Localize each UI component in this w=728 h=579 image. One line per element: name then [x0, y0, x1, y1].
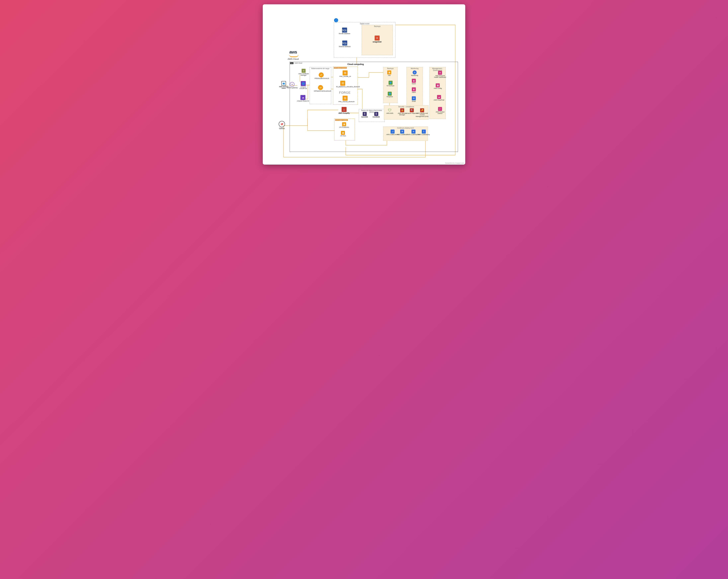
- instance-icon: ▤: [343, 70, 347, 75]
- ecs-badge: ECS Cluster Container: [335, 119, 348, 121]
- do-sisacad-db: SQL Sisacad database: [339, 41, 351, 47]
- digitalocean-group-title: Digital ocean: [334, 23, 395, 25]
- container-icon: ▦: [341, 131, 345, 135]
- lb-plataforma: ⇄ MiPlataformaEducaticaLB: [314, 85, 327, 92]
- backup-s3: 🪣S3 backups: [387, 81, 394, 86]
- aws-cloud-box-badge: aws: [290, 62, 293, 64]
- users-icon: 👥: [281, 81, 286, 86]
- cloud-computing-label: Cloud computing: [347, 63, 364, 66]
- do-snapshot: ▾ snapshot: [373, 35, 382, 43]
- ecs-api-test: ▦ API-Test: [340, 131, 346, 137]
- monitoring-event: ▮Event: [412, 79, 416, 84]
- monitoring-email: ✉Email: [412, 96, 416, 102]
- config-icon: ▦: [436, 83, 440, 87]
- heart-icon: ♥: [438, 71, 442, 75]
- monitoring-title: Monitoring: [407, 68, 423, 70]
- cd-codedeploy: ↥AWS CodeDeploy: [418, 130, 430, 135]
- instance-icon: ▤: [343, 96, 347, 101]
- bucket-icon: 🪣: [388, 92, 392, 96]
- acm: ≡ AWS Certificate Manager: [297, 69, 310, 76]
- build-icon: ⚒: [400, 130, 404, 133]
- ec2-badge: EC2 Instance Contents: [334, 67, 347, 69]
- internet-gateway: ⊕ Internet gateway: [287, 82, 298, 89]
- instance-icon: ▤: [340, 81, 345, 86]
- mgmt-config: ▦AWS Config: [434, 83, 442, 89]
- alarm-icon: ▮: [412, 87, 416, 91]
- event-icon: ▮: [412, 79, 416, 83]
- cloud-icon: ☁: [437, 95, 441, 99]
- ecs-group: ECS Cluster Container: [335, 119, 355, 141]
- search-icon: 🔍: [410, 108, 414, 112]
- lb-prd-moodle: ⇄ PRDMoodleUbuntu18: [315, 72, 328, 79]
- monitoring-node: ◎Monitoring: [411, 70, 418, 76]
- check-icon: ✓: [438, 107, 442, 111]
- aws-logo-text: aws: [289, 50, 297, 55]
- security-title: Security - compliance: [384, 106, 428, 108]
- cd-codebuild: ⚒AWS CodeBuild: [397, 130, 408, 135]
- certificate-icon: ≡: [302, 69, 306, 73]
- key-icon: 🔑: [420, 108, 424, 112]
- ami-icon: ▦: [387, 70, 391, 74]
- gateway-icon: ⊕: [290, 82, 294, 87]
- load-balancer-icon: ⇄: [319, 72, 324, 77]
- container-icon: ▦: [342, 122, 346, 126]
- shield-icon: 🛡: [388, 108, 392, 112]
- github: 🐙 GitHub: [279, 121, 285, 130]
- ec2-prd-moodle: ▤ PRD_moodle_18: [339, 70, 351, 77]
- mgmt-advisor: ✓AWS Trusted Advisor: [433, 107, 447, 115]
- route53: ☁ Amazon Route 53: [297, 95, 309, 102]
- ecs-api-prod: ▦ API-Production: [339, 122, 349, 128]
- monitoring-alarm: ▮Alarm: [412, 87, 416, 93]
- database-icon: 🗄: [374, 112, 378, 116]
- aws-cloud-box-label: AWS Cloud: [294, 62, 302, 64]
- database-icon: 🗄: [363, 112, 367, 116]
- diagram-canvas: aws AWS Cloud ◯ Digital ocean Backups SQ…: [263, 4, 465, 165]
- amplify-icon: △: [342, 107, 346, 112]
- security-iam: 🔑AWS Identity and Access Management (IAM…: [415, 108, 429, 117]
- monitor-icon: ◎: [413, 70, 417, 74]
- rds-moodle: 🗄 moodledb: [373, 112, 380, 118]
- balancers-title: Balanceadores de carga: [310, 68, 331, 70]
- email-icon: ✉: [412, 96, 416, 100]
- ec2-plataforma: ▤ Mi_plataforma_educativa_ubuntu20: [336, 81, 349, 87]
- backup-ami: ▦AMI: [387, 70, 391, 76]
- github-icon: 🐙: [279, 121, 285, 127]
- aws-smile-icon: [289, 54, 298, 57]
- mgmt-phd: ♥AWS Personal Health Dashboard: [433, 71, 447, 78]
- pipeline-icon: ≋: [412, 130, 415, 133]
- lock-icon: 🔒: [400, 108, 404, 112]
- security-kms: 🛡AWS KMS: [386, 108, 393, 114]
- forge-logo: FORGE: [339, 91, 350, 95]
- do-moodle-db: SQL Moodle database: [339, 28, 350, 34]
- page-footer: Screenshot by Xnapper.com: [445, 162, 464, 164]
- rds-laravel: 🗄 laraveldb: [361, 112, 368, 118]
- mgmt-cloudtrail: ☁AWS CloudTrail: [434, 95, 444, 101]
- cd-title: Continuos deploy,ment: [384, 127, 427, 129]
- aws-backups-title: Backups: [384, 68, 397, 70]
- bucket-icon: 🪣: [389, 81, 393, 85]
- aws-amplify: △ AWS Amplify: [338, 107, 350, 114]
- aws-cloud-caption: AWS Cloud: [288, 58, 299, 60]
- load-balancer-icon: ⇄: [318, 85, 323, 90]
- globe-icon: 🌐: [301, 81, 306, 86]
- cloudfront: 🌐 Amazon CloudFront: [296, 81, 310, 90]
- dns-icon: ☁: [301, 95, 305, 100]
- digitalocean-logo: ◯: [334, 18, 338, 22]
- backup-snapshot: 🪣Snapshot: [387, 92, 393, 98]
- commit-icon: ⎇: [391, 130, 394, 133]
- do-backups-title: Backups: [362, 25, 393, 27]
- ec2-sisacad: ▤ PRD_sisacad_ubuntu20: [338, 96, 352, 102]
- deploy-icon: ↥: [422, 130, 426, 133]
